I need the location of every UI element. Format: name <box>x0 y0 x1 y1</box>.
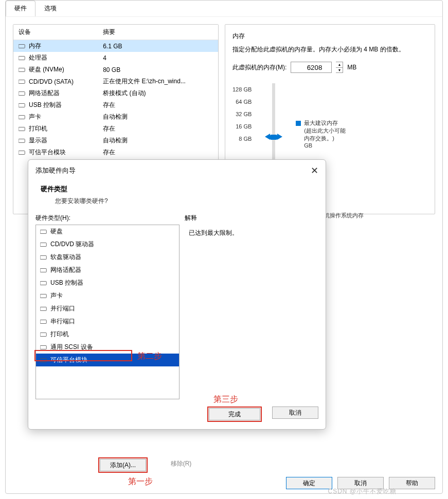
slider-tick: 128 GB <box>232 83 252 96</box>
device-icon <box>19 102 26 108</box>
svg-rect-11 <box>40 243 46 246</box>
table-row[interactable]: 硬盘 (NVMe)80 GB <box>13 64 218 76</box>
device-icon <box>19 43 26 49</box>
table-row[interactable]: 内存6.1 GB <box>13 40 218 52</box>
svg-rect-14 <box>40 281 46 285</box>
ok-button[interactable]: 确定 <box>286 477 332 489</box>
memory-desc: 指定分配给此虚拟机的内存量。内存大小必须为 4 MB 的倍数。 <box>232 45 427 54</box>
list-item[interactable]: CD/DVD 驱动器 <box>36 238 179 251</box>
hardware-icon <box>40 357 47 363</box>
max-rec-label: 最大建议内存 <box>304 119 338 127</box>
hardware-icon <box>40 267 47 273</box>
svg-rect-0 <box>19 44 25 48</box>
wizard-head-question: 您要安装哪类硬件? <box>55 197 313 206</box>
list-item[interactable]: 硬盘 <box>36 225 179 238</box>
slider-tick: 8 GB <box>232 133 252 145</box>
svg-rect-3 <box>19 80 25 84</box>
hardware-icon <box>40 242 47 248</box>
device-icon <box>19 90 26 97</box>
max-rec-unit: GB <box>304 142 346 149</box>
hardware-type-list[interactable]: 硬盘CD/DVD 驱动器软盘驱动器网络适配器USB 控制器声卡并行端口串行端口打… <box>35 225 180 399</box>
step1-label: 第一步 <box>128 476 153 487</box>
svg-rect-8 <box>19 139 25 142</box>
table-row[interactable]: 打印机存在 <box>13 123 218 135</box>
close-icon[interactable]: ✕ <box>311 165 318 176</box>
device-icon <box>19 67 26 73</box>
wizard-title: 添加硬件向导 <box>35 166 76 175</box>
highlight-add: 添加(A)... <box>98 457 148 473</box>
slider-tick: 64 GB <box>232 96 252 108</box>
tab-hardware[interactable]: 硬件 <box>6 1 35 16</box>
svg-rect-9 <box>19 151 25 154</box>
table-row[interactable]: 声卡自动检测 <box>13 111 218 123</box>
tab-options[interactable]: 选项 <box>35 1 65 16</box>
add-button[interactable]: 添加(A)... <box>100 459 146 471</box>
slider-knob[interactable] <box>270 135 277 140</box>
svg-rect-4 <box>19 91 25 95</box>
svg-rect-15 <box>40 294 46 298</box>
finish-button[interactable]: 完成 <box>209 408 260 420</box>
list-item[interactable]: 打印机 <box>36 328 179 341</box>
device-icon <box>19 138 26 144</box>
hw-list-label: 硬件类型(H): <box>35 214 180 223</box>
device-icon <box>19 126 26 132</box>
memory-spinner[interactable]: ▴▾ <box>336 62 343 73</box>
hardware-icon <box>40 293 47 299</box>
slider-tick: 16 GB <box>232 120 252 133</box>
svg-rect-6 <box>19 115 25 119</box>
table-row[interactable]: 可信平台模块存在 <box>13 146 218 158</box>
device-icon <box>19 114 26 120</box>
table-row[interactable]: 处理器4 <box>13 52 218 64</box>
list-item[interactable]: 并行端口 <box>36 302 179 315</box>
list-item[interactable]: 网络适配器 <box>36 264 179 276</box>
svg-rect-10 <box>40 230 46 233</box>
hardware-icon <box>40 280 47 286</box>
max-rec-line2: 内存交换。) <box>304 135 346 142</box>
svg-rect-18 <box>40 332 46 336</box>
col-device: 设备 <box>13 25 98 40</box>
svg-rect-2 <box>19 68 25 71</box>
svg-rect-1 <box>19 56 25 60</box>
list-item[interactable]: USB 控制器 <box>36 276 179 289</box>
table-row[interactable]: 网络适配器桥接模式 (自动) <box>13 87 218 99</box>
svg-rect-16 <box>40 307 46 310</box>
step3-label: 第三步 <box>213 394 238 405</box>
explain-label: 解释 <box>185 214 318 223</box>
hardware-icon <box>40 254 47 261</box>
device-icon <box>19 150 26 156</box>
svg-rect-17 <box>40 320 46 323</box>
memory-input[interactable] <box>291 62 332 73</box>
watermark: CSDN @小牛不爱吃糖 <box>328 487 397 496</box>
svg-rect-12 <box>40 255 46 259</box>
explain-text: 已达到最大限制。 <box>185 225 318 399</box>
memory-title: 内存 <box>232 32 427 41</box>
memory-label: 此虚拟机的内存(M): <box>232 63 286 72</box>
device-icon <box>19 55 26 61</box>
wizard-cancel-button[interactable]: 取消 <box>272 406 318 419</box>
device-table: 设备 摘要 内存6.1 GB处理器4硬盘 (NVMe)80 GBCD/DVD (… <box>13 25 218 158</box>
device-icon <box>19 79 26 85</box>
col-summary: 摘要 <box>98 25 218 40</box>
hardware-icon <box>40 319 47 325</box>
list-item[interactable]: 软盘驱动器 <box>36 251 179 264</box>
list-item[interactable]: 声卡 <box>36 289 179 302</box>
memory-unit: MB <box>347 64 356 71</box>
list-item[interactable]: 串行端口 <box>36 315 179 328</box>
table-row[interactable]: 显示器自动检测 <box>13 135 218 146</box>
svg-rect-5 <box>19 103 25 107</box>
table-row[interactable]: CD/DVD (SATA)正在使用文件 E:\zh-cn_wind... <box>13 76 218 87</box>
slider-tick: 32 GB <box>232 108 252 120</box>
max-rec-line1: (超出此大小可能 <box>304 127 346 135</box>
add-hardware-wizard: 添加硬件向导 ✕ 硬件类型 您要安装哪类硬件? 硬件类型(H): 硬盘CD/DV… <box>28 159 326 430</box>
step2-label: 第二步 <box>137 351 162 362</box>
hardware-icon <box>40 306 47 312</box>
table-row[interactable]: USB 控制器存在 <box>13 99 218 111</box>
tabs: 硬件 选项 <box>6 1 442 17</box>
highlight-finish: 完成 <box>207 406 262 422</box>
hardware-icon <box>40 344 47 350</box>
remove-button[interactable]: 移除(R) <box>158 457 204 470</box>
marker-current-icon <box>265 134 270 140</box>
marker-current-right-icon <box>277 134 282 140</box>
svg-rect-13 <box>40 268 46 272</box>
square-icon <box>296 121 301 126</box>
